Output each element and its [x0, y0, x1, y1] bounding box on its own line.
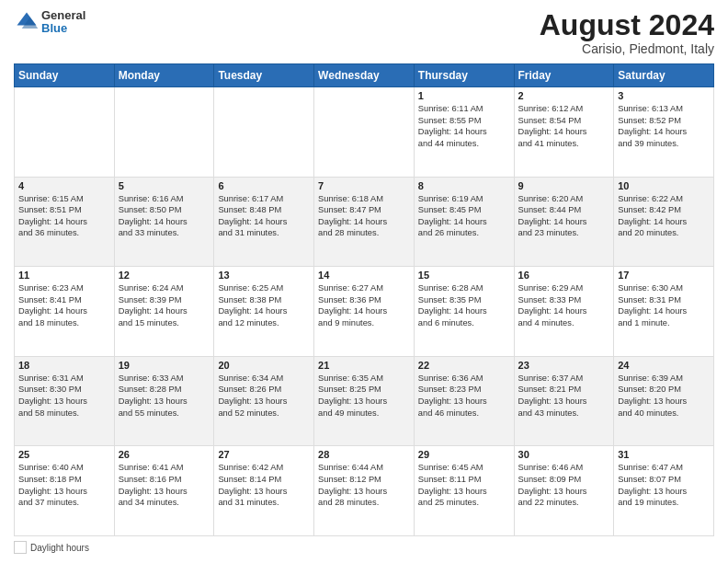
calendar-cell: 27Sunrise: 6:42 AM Sunset: 8:14 PM Dayli…	[214, 446, 314, 536]
calendar-cell: 18Sunrise: 6:31 AM Sunset: 8:30 PM Dayli…	[15, 356, 115, 446]
cell-content: Sunrise: 6:31 AM Sunset: 8:30 PM Dayligh…	[18, 373, 110, 419]
calendar-header-friday: Friday	[514, 64, 614, 87]
cell-content: Sunrise: 6:35 AM Sunset: 8:25 PM Dayligh…	[318, 373, 410, 419]
day-number: 16	[518, 270, 610, 281]
calendar-cell: 28Sunrise: 6:44 AM Sunset: 8:12 PM Dayli…	[314, 446, 415, 536]
day-number: 18	[18, 360, 110, 371]
page: General Blue August 2024 Carisio, Piedmo…	[0, 0, 728, 563]
legend-color-daylight	[14, 541, 27, 554]
calendar-cell: 16Sunrise: 6:29 AM Sunset: 8:33 PM Dayli…	[514, 267, 614, 357]
legend-daylight-label: Daylight hours	[30, 543, 89, 553]
day-number: 24	[618, 360, 710, 371]
cell-content: Sunrise: 6:39 AM Sunset: 8:20 PM Dayligh…	[618, 373, 710, 419]
cell-content: Sunrise: 6:27 AM Sunset: 8:36 PM Dayligh…	[318, 282, 410, 328]
cell-content: Sunrise: 6:18 AM Sunset: 8:47 PM Dayligh…	[318, 193, 410, 239]
cell-content: Sunrise: 6:12 AM Sunset: 8:54 PM Dayligh…	[518, 103, 610, 149]
day-number: 2	[518, 90, 610, 101]
cell-content: Sunrise: 6:30 AM Sunset: 8:31 PM Dayligh…	[618, 282, 710, 328]
calendar-cell: 2Sunrise: 6:12 AM Sunset: 8:54 PM Daylig…	[514, 87, 614, 178]
day-number: 4	[18, 180, 110, 191]
day-number: 1	[418, 90, 510, 101]
day-number: 3	[618, 90, 710, 101]
cell-content: Sunrise: 6:15 AM Sunset: 8:51 PM Dayligh…	[18, 193, 110, 239]
logo: General Blue	[14, 9, 85, 36]
day-number: 8	[418, 180, 510, 191]
legend-item-daylight: Daylight hours	[14, 541, 89, 554]
cell-content: Sunrise: 6:47 AM Sunset: 8:07 PM Dayligh…	[618, 462, 710, 508]
title-block: August 2024 Carisio, Piedmont, Italy	[540, 9, 714, 56]
cell-content: Sunrise: 6:28 AM Sunset: 8:35 PM Dayligh…	[418, 282, 510, 328]
calendar-cell: 6Sunrise: 6:17 AM Sunset: 8:48 PM Daylig…	[214, 177, 314, 267]
day-number: 29	[418, 449, 510, 460]
cell-content: Sunrise: 6:20 AM Sunset: 8:44 PM Dayligh…	[518, 193, 610, 239]
calendar-week-row: 25Sunrise: 6:40 AM Sunset: 8:18 PM Dayli…	[15, 446, 714, 536]
cell-content: Sunrise: 6:24 AM Sunset: 8:39 PM Dayligh…	[119, 282, 210, 328]
day-number: 10	[618, 180, 710, 191]
calendar-cell: 4Sunrise: 6:15 AM Sunset: 8:51 PM Daylig…	[15, 177, 115, 267]
header: General Blue August 2024 Carisio, Piedmo…	[14, 9, 714, 56]
calendar-header-tuesday: Tuesday	[214, 64, 314, 87]
calendar-cell: 25Sunrise: 6:40 AM Sunset: 8:18 PM Dayli…	[15, 446, 115, 536]
cell-content: Sunrise: 6:11 AM Sunset: 8:55 PM Dayligh…	[418, 103, 510, 149]
cell-content: Sunrise: 6:37 AM Sunset: 8:21 PM Dayligh…	[518, 373, 610, 419]
day-number: 28	[318, 449, 410, 460]
cell-content: Sunrise: 6:29 AM Sunset: 8:33 PM Dayligh…	[518, 282, 610, 328]
calendar-table: SundayMondayTuesdayWednesdayThursdayFrid…	[14, 63, 714, 536]
calendar-cell: 20Sunrise: 6:34 AM Sunset: 8:26 PM Dayli…	[214, 356, 314, 446]
day-number: 12	[119, 270, 210, 281]
calendar-week-row: 11Sunrise: 6:23 AM Sunset: 8:41 PM Dayli…	[15, 267, 714, 357]
calendar-cell: 10Sunrise: 6:22 AM Sunset: 8:42 PM Dayli…	[614, 177, 714, 267]
day-number: 20	[218, 360, 310, 371]
cell-content: Sunrise: 6:34 AM Sunset: 8:26 PM Dayligh…	[218, 373, 310, 419]
cell-content: Sunrise: 6:25 AM Sunset: 8:38 PM Dayligh…	[218, 282, 310, 328]
calendar-cell: 7Sunrise: 6:18 AM Sunset: 8:47 PM Daylig…	[314, 177, 415, 267]
day-number: 27	[218, 449, 310, 460]
day-number: 6	[218, 180, 310, 191]
calendar-cell: 23Sunrise: 6:37 AM Sunset: 8:21 PM Dayli…	[514, 356, 614, 446]
day-number: 30	[518, 449, 610, 460]
day-number: 31	[618, 449, 710, 460]
logo-blue-text: Blue	[41, 22, 85, 35]
calendar-cell: 19Sunrise: 6:33 AM Sunset: 8:28 PM Dayli…	[114, 356, 214, 446]
day-number: 5	[119, 180, 210, 191]
day-number: 13	[218, 270, 310, 281]
day-number: 11	[18, 270, 110, 281]
day-number: 7	[318, 180, 410, 191]
calendar-cell	[314, 87, 415, 178]
calendar-cell: 21Sunrise: 6:35 AM Sunset: 8:25 PM Dayli…	[314, 356, 415, 446]
calendar-cell: 29Sunrise: 6:45 AM Sunset: 8:11 PM Dayli…	[414, 446, 514, 536]
day-number: 25	[18, 449, 110, 460]
calendar-cell: 26Sunrise: 6:41 AM Sunset: 8:16 PM Dayli…	[114, 446, 214, 536]
cell-content: Sunrise: 6:41 AM Sunset: 8:16 PM Dayligh…	[119, 462, 210, 508]
calendar-cell: 9Sunrise: 6:20 AM Sunset: 8:44 PM Daylig…	[514, 177, 614, 267]
cell-content: Sunrise: 6:44 AM Sunset: 8:12 PM Dayligh…	[318, 462, 410, 508]
calendar-cell	[114, 87, 214, 178]
cell-content: Sunrise: 6:23 AM Sunset: 8:41 PM Dayligh…	[18, 282, 110, 328]
month-year-title: August 2024	[540, 9, 714, 41]
calendar-cell: 31Sunrise: 6:47 AM Sunset: 8:07 PM Dayli…	[614, 446, 714, 536]
cell-content: Sunrise: 6:46 AM Sunset: 8:09 PM Dayligh…	[518, 462, 610, 508]
cell-content: Sunrise: 6:33 AM Sunset: 8:28 PM Dayligh…	[119, 373, 210, 419]
day-number: 14	[318, 270, 410, 281]
day-number: 26	[119, 449, 210, 460]
calendar-cell: 24Sunrise: 6:39 AM Sunset: 8:20 PM Dayli…	[614, 356, 714, 446]
calendar-cell: 17Sunrise: 6:30 AM Sunset: 8:31 PM Dayli…	[614, 267, 714, 357]
location-subtitle: Carisio, Piedmont, Italy	[540, 41, 714, 56]
day-number: 21	[318, 360, 410, 371]
calendar-week-row: 18Sunrise: 6:31 AM Sunset: 8:30 PM Dayli…	[15, 356, 714, 446]
calendar-cell: 8Sunrise: 6:19 AM Sunset: 8:45 PM Daylig…	[414, 177, 514, 267]
day-number: 19	[119, 360, 210, 371]
cell-content: Sunrise: 6:36 AM Sunset: 8:23 PM Dayligh…	[418, 373, 510, 419]
calendar-header-wednesday: Wednesday	[314, 64, 415, 87]
logo-text: General Blue	[41, 9, 85, 36]
calendar-header-monday: Monday	[114, 64, 214, 87]
logo-general-text: General	[41, 9, 85, 22]
cell-content: Sunrise: 6:22 AM Sunset: 8:42 PM Dayligh…	[618, 193, 710, 239]
calendar-cell: 15Sunrise: 6:28 AM Sunset: 8:35 PM Dayli…	[414, 267, 514, 357]
calendar-header-thursday: Thursday	[414, 64, 514, 87]
calendar-header-sunday: Sunday	[15, 64, 115, 87]
day-number: 17	[618, 270, 710, 281]
day-number: 23	[518, 360, 610, 371]
calendar-cell: 1Sunrise: 6:11 AM Sunset: 8:55 PM Daylig…	[414, 87, 514, 178]
day-number: 9	[518, 180, 610, 191]
